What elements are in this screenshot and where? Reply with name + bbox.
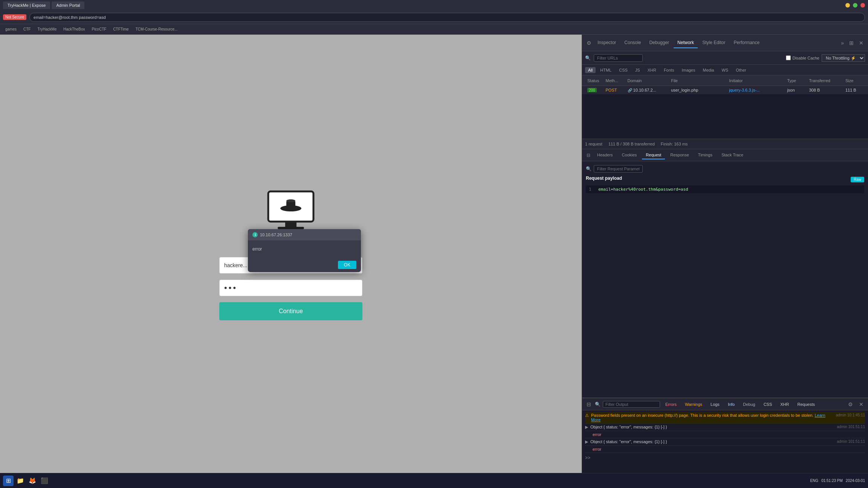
bookmark-tcm[interactable]: TCM-Course-Resource... — [133, 26, 180, 32]
filter-tab-other[interactable]: Other — [733, 67, 749, 73]
console-xhr-btn[interactable]: XHR — [777, 401, 792, 407]
filter-tab-all[interactable]: All — [585, 67, 596, 73]
filter-tab-media[interactable]: Media — [700, 67, 717, 73]
detail-tab-stacktrace[interactable]: Stack Trace — [718, 151, 747, 159]
console-warnings-btn[interactable]: Warnings — [682, 401, 705, 407]
console-filter-input[interactable] — [603, 401, 660, 408]
close-button[interactable] — [860, 3, 865, 8]
url-filter-input[interactable] — [594, 54, 643, 62]
col-file: File — [669, 78, 727, 83]
col-size: Size — [843, 78, 865, 83]
window-controls — [845, 3, 865, 8]
learn-more-link[interactable]: Learn More — [591, 413, 825, 422]
console-logs-btn[interactable]: Logs — [708, 401, 723, 407]
tab-style-editor[interactable]: Style Editor — [698, 38, 729, 48]
console-input[interactable] — [593, 456, 865, 460]
bookmark-tryhackme[interactable]: TryHackMe — [35, 26, 59, 32]
warning-timestamp: admin 10:1:45:11 — [836, 413, 865, 417]
taskbar-browser[interactable]: 🦊 — [27, 476, 38, 486]
console-entry-error-2: error — [585, 446, 865, 453]
continue-button[interactable]: Continue — [219, 302, 362, 320]
request-count: 1 request — [585, 142, 602, 146]
cell-method: POST — [603, 88, 625, 92]
request-filter-input[interactable] — [594, 165, 643, 173]
close-devtools-icon[interactable]: ✕ — [857, 39, 865, 47]
filter-tab-xhr[interactable]: XHR — [645, 67, 659, 73]
bookmark-picoctf[interactable]: PicoCTF — [89, 26, 108, 32]
table-row[interactable]: 200 POST 🔗 10.10.67.2... user_login.php … — [582, 86, 868, 94]
cell-size: 111 B — [843, 88, 865, 92]
cell-domain: 🔗 10.10.67.2... — [625, 88, 669, 92]
minimize-button[interactable] — [845, 3, 850, 8]
taskbar-terminal[interactable]: ⬛ — [39, 476, 50, 486]
bookmark-ctftime[interactable]: CTFTime — [111, 26, 131, 32]
col-type: Type — [785, 78, 807, 83]
console-prompt-icon: >> — [585, 455, 590, 460]
dock-icon[interactable]: ⊞ — [848, 39, 855, 47]
raw-toggle-button[interactable]: Raw — [851, 177, 864, 182]
object-timestamp-2: admin 101:51:11 — [837, 439, 865, 444]
detail-tab-response[interactable]: Response — [666, 151, 693, 159]
tab-tryhackme[interactable]: TryHackMe | Expose — [3, 2, 50, 9]
disable-cache-checkbox[interactable] — [786, 55, 791, 60]
tab-performance[interactable]: Performance — [730, 38, 763, 48]
taskbar-right: ENG 01:51:23 PM 2024-03-01 — [810, 479, 865, 483]
object-timestamp-1: admin 101:51:11 — [837, 425, 865, 429]
filter-tab-js[interactable]: JS — [632, 67, 643, 73]
payload-line: 1 email=hacker%40root.thm&password=asd — [586, 185, 864, 193]
start-button[interactable]: ⊞ — [3, 476, 14, 486]
devtools-settings-icon[interactable]: ⚙ — [585, 39, 593, 47]
maximize-button[interactable] — [853, 3, 857, 8]
filter-tab-fonts[interactable]: Fonts — [661, 67, 677, 73]
filter-tabs: All HTML CSS JS XHR Fonts Images Media W… — [582, 65, 868, 75]
console-panel: ⊟ 🔍 Errors Warnings Logs Info Debug CSS … — [582, 398, 868, 473]
console-info-btn[interactable]: Info — [725, 401, 738, 407]
filter-tab-html[interactable]: HTML — [597, 67, 614, 73]
tab-network[interactable]: Network — [674, 38, 698, 48]
transferred-info: 111 B / 308 B transferred — [608, 142, 655, 146]
alert-dialog: ℹ 10.10.67.26:1337 error OK — [248, 229, 361, 272]
console-css-btn[interactable]: CSS — [761, 401, 775, 407]
network-controls: Disable Cache No Throttling ⚡ — [786, 54, 865, 62]
address-input[interactable] — [29, 13, 865, 22]
filter-tab-css[interactable]: CSS — [616, 67, 631, 73]
tab-inspector[interactable]: Inspector — [594, 38, 620, 48]
error-text-2: error — [593, 447, 865, 451]
console-settings-icon[interactable]: ⚙ — [847, 401, 854, 408]
cell-status: 200 — [585, 88, 603, 92]
throttle-select[interactable]: No Throttling ⚡ — [822, 54, 865, 62]
bookmark-hackthebox[interactable]: HackTheBox — [61, 26, 87, 32]
console-requests-btn[interactable]: Requests — [795, 401, 818, 407]
detail-tab-request[interactable]: Request — [642, 151, 665, 159]
alert-ok-button[interactable]: OK — [338, 260, 356, 269]
detail-tab-headers[interactable]: Headers — [593, 151, 617, 159]
col-domain: Domain — [625, 78, 669, 83]
console-entry-object-2: ▶ Object { status: "error", messages: {1… — [585, 438, 865, 446]
filter-tab-images[interactable]: Images — [679, 67, 698, 73]
system-date: 2024-03-01 — [846, 479, 865, 483]
main-area: Is t...tal? Continue ℹ 10.10.67.26:1337 … — [0, 35, 868, 473]
col-status: Status — [585, 78, 603, 83]
console-errors-btn[interactable]: Errors — [662, 401, 680, 407]
tab-console[interactable]: Console — [620, 38, 645, 48]
tab-adminportal[interactable]: Admin Portal — [52, 2, 84, 9]
detail-tab-cookies[interactable]: Cookies — [618, 151, 641, 159]
taskbar-files[interactable]: 📁 — [15, 476, 26, 486]
taskbar: ⊞ 📁 🦊 ⬛ ENG 01:51:23 PM 2024-03-01 — [0, 473, 868, 488]
console-debug-btn[interactable]: Debug — [740, 401, 758, 407]
more-tools-icon[interactable]: » — [839, 39, 845, 47]
warning-icon: ⚠ — [585, 413, 589, 418]
network-list: 200 POST 🔗 10.10.67.2... user_login.php … — [582, 86, 868, 139]
console-close-icon[interactable]: ✕ — [857, 401, 865, 408]
col-transferred: Transferred — [807, 78, 843, 83]
filter-tab-ws[interactable]: WS — [718, 67, 731, 73]
disable-cache-label[interactable]: Disable Cache — [786, 55, 819, 60]
password-input[interactable] — [219, 280, 362, 296]
expand-arrow-2[interactable]: ▶ — [585, 439, 588, 444]
bookmark-games[interactable]: games — [3, 26, 19, 32]
detail-tab-timings[interactable]: Timings — [694, 151, 716, 159]
tab-debugger[interactable]: Debugger — [645, 38, 673, 48]
bookmark-ctf[interactable]: CTF — [21, 26, 33, 32]
alert-header: ℹ 10.10.67.26:1337 — [248, 229, 361, 240]
expand-arrow-1[interactable]: ▶ — [585, 425, 588, 430]
